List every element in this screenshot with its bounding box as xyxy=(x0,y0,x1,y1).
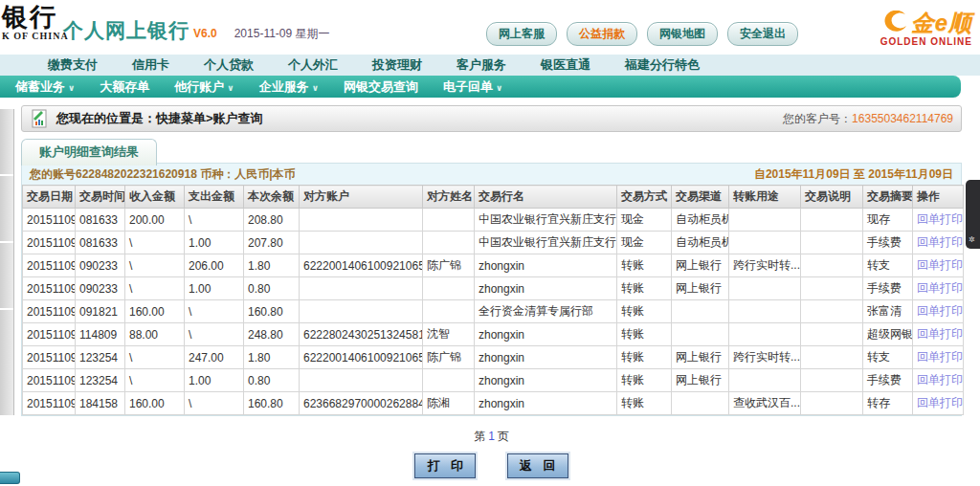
table-cell xyxy=(729,277,801,300)
column-header-交易时间: 交易时间 xyxy=(76,186,125,209)
table-cell xyxy=(423,300,475,323)
table-cell: \ xyxy=(125,232,185,254)
nav-item-信用卡[interactable]: 信用卡 xyxy=(132,56,169,74)
receipt-print-link[interactable]: 回单打印 xyxy=(917,350,963,364)
column-header-支出金额: 支出金额 xyxy=(185,186,244,209)
column-header-交易方式: 交易方式 xyxy=(617,186,672,209)
header-button-安全退出[interactable]: 安全退出 xyxy=(727,22,798,46)
nav2-item-网银交易查询[interactable]: 网银交易查询 xyxy=(344,78,418,96)
header-button-网上客服[interactable]: 网上客服 xyxy=(486,22,557,46)
header-quick-buttons: 网上客服公益捐款网银地图安全退出 xyxy=(486,22,798,46)
chevron-down-icon: ∨ xyxy=(227,83,234,93)
table-cell: 现金 xyxy=(617,209,672,232)
bank-logo-subtext: K OF CHINA xyxy=(2,31,69,41)
header-button-公益捐款[interactable]: 公益捐款 xyxy=(567,22,637,46)
golden-online-logo: 金e顺 GOLDEN ONLINE xyxy=(829,8,972,47)
table-cell: zhongxin xyxy=(475,346,617,369)
table-cell xyxy=(729,300,801,323)
table-cell: \ xyxy=(125,277,185,300)
table-cell: 陈湘 xyxy=(423,392,475,415)
table-cell: 160.00 xyxy=(125,300,185,323)
receipt-print-link[interactable]: 回单打印 xyxy=(917,327,963,341)
account-info-bar: 您的账号6228482022321620918 币种：人民币|本币 自2015年… xyxy=(22,164,961,185)
table-cell: \ xyxy=(125,369,185,392)
table-cell: 手续费 xyxy=(863,277,913,300)
table-cell: 跨行实时转... xyxy=(729,254,801,277)
table-row: 20151109123254\247.001.80622200140610092… xyxy=(23,346,964,369)
table-cell: 090233 xyxy=(76,254,125,277)
bank-logo-text: 银行 xyxy=(2,4,69,31)
account-info: 您的账号6228482022321620918 币种：人民币|本币 xyxy=(30,166,296,183)
nav2-item-大额存单[interactable]: 大额存单 xyxy=(100,78,149,96)
table-cell: 88.00 xyxy=(125,323,185,346)
receipt-print-link[interactable]: 回单打印 xyxy=(917,235,963,249)
column-header-交易说明: 交易说明 xyxy=(801,186,863,209)
table-cell: 6222001406100921065 xyxy=(300,346,423,369)
nav2-item-企业服务[interactable]: 企业服务∨ xyxy=(259,78,319,96)
table-cell: 转账 xyxy=(617,346,672,369)
nav-item-客户服务[interactable]: 客户服务 xyxy=(457,56,506,74)
receipt-print-link[interactable]: 回单打印 xyxy=(917,212,963,226)
table-cell-action: 回单打印 xyxy=(913,232,964,254)
nav-item-银医直通[interactable]: 银医直通 xyxy=(541,56,590,74)
swoosh-icon xyxy=(880,11,909,35)
receipt-print-link[interactable]: 回单打印 xyxy=(917,281,963,295)
customer-label: 您的客户号： xyxy=(783,112,852,125)
collapsed-sidebar[interactable] xyxy=(0,109,14,415)
table-row: 20151109123254\1.000.80zhongxin转账网上银行手续费… xyxy=(23,369,964,392)
brand-subtitle: GOLDEN ONLINE xyxy=(829,36,972,47)
version-label: V6.0 xyxy=(193,27,217,40)
print-button[interactable]: 打 印 xyxy=(414,453,476,478)
table-cell: 转账 xyxy=(617,369,672,392)
table-cell: 20151109 xyxy=(23,209,76,232)
table-cell xyxy=(801,300,863,323)
table-cell: 网上银行 xyxy=(672,346,729,369)
nav-item-福建分行特色[interactable]: 福建分行特色 xyxy=(625,56,700,74)
table-cell: 手续费 xyxy=(863,232,913,254)
table-cell: 网上银行 xyxy=(672,277,729,300)
bank-logo: 银行 K OF CHINA xyxy=(2,4,69,41)
table-body: 20151109081633200.00\208.80中国农业银行宜兴新庄支行现… xyxy=(23,209,964,415)
tab-account-detail-result[interactable]: 账户明细查询结果 xyxy=(21,139,157,166)
table-cell: 张富清 xyxy=(863,300,913,323)
nav-item-缴费支付[interactable]: 缴费支付 xyxy=(48,56,98,74)
receipt-print-link[interactable]: 回单打印 xyxy=(917,304,963,318)
table-cell: 1.00 xyxy=(185,369,244,392)
table-cell: 0.80 xyxy=(244,369,300,392)
nav-item-个人贷款[interactable]: 个人贷款 xyxy=(204,56,254,74)
table-cell: 跨行实时转... xyxy=(729,346,801,369)
table-cell: 081633 xyxy=(76,232,125,254)
column-header-对方账户: 对方账户 xyxy=(300,186,423,209)
nav2-item-储蓄业务[interactable]: 储蓄业务∨ xyxy=(15,78,75,96)
table-header-row: 交易日期交易时间收入金额支出金额本次余额对方账户对方姓名交易行名交易方式交易渠道… xyxy=(23,186,964,209)
page-prefix: 第 xyxy=(474,430,485,443)
floating-side-widget[interactable]: ✲ xyxy=(966,180,980,249)
table-cell-action: 回单打印 xyxy=(913,369,964,392)
nav-item-个人外汇[interactable]: 个人外汇 xyxy=(288,56,338,74)
secondary-nav: 储蓄业务∨大额存单他行账户∨企业服务∨网银交易查询电子回单∨ xyxy=(0,76,961,98)
header-button-网银地图[interactable]: 网银地图 xyxy=(647,22,718,46)
table-cell: 超级网银 xyxy=(863,323,913,346)
table-cell xyxy=(300,209,423,232)
table-cell: 陈广锦 xyxy=(423,346,475,369)
column-header-交易日期: 交易日期 xyxy=(23,186,76,209)
nav2-item-他行账户[interactable]: 他行账户∨ xyxy=(174,78,234,96)
table-cell: 6236682970000262884 xyxy=(300,392,423,415)
nav-item-投资理财[interactable]: 投资理财 xyxy=(372,56,422,74)
table-cell: 6222001406100921065 xyxy=(300,254,423,277)
table-cell: 现金 xyxy=(617,232,672,254)
brand-name: 金e顺 xyxy=(911,8,972,38)
table-cell: 陈广锦 xyxy=(423,254,475,277)
receipt-print-link[interactable]: 回单打印 xyxy=(917,258,963,272)
location-icon xyxy=(30,109,49,128)
receipt-print-link[interactable]: 回单打印 xyxy=(917,373,963,387)
corner-widget-icon[interactable] xyxy=(0,472,20,484)
table-cell xyxy=(729,369,801,392)
table-row: 2015110911480988.00\248.8062228024302513… xyxy=(23,323,964,346)
back-button[interactable]: 返 回 xyxy=(507,453,568,478)
column-header-转账用途: 转账用途 xyxy=(729,186,801,209)
column-header-收入金额: 收入金额 xyxy=(125,186,185,209)
nav2-item-电子回单[interactable]: 电子回单∨ xyxy=(443,78,502,96)
receipt-print-link[interactable]: 回单打印 xyxy=(917,396,963,409)
table-cell: zhongxin xyxy=(475,369,617,392)
